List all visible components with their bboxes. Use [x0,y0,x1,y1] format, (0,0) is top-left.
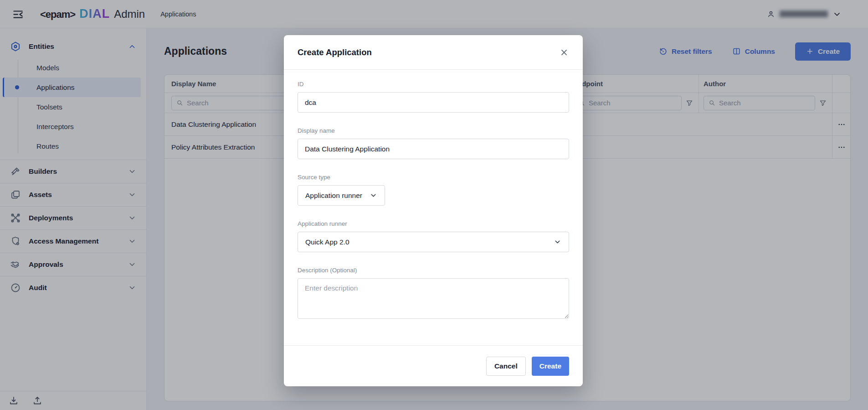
id-field-label: ID [298,81,569,88]
id-field[interactable] [298,92,569,113]
modal-header: Create Application [284,35,583,70]
display-name-field[interactable] [298,139,569,159]
modal-title: Create Application [298,47,372,57]
chevron-down-icon [554,238,561,246]
app-root: <epam> DIAL Admin Applications [0,0,868,410]
application-runner-select[interactable]: Quick App 2.0 [298,232,569,252]
close-icon[interactable] [557,46,571,59]
application-runner-value: Quick App 2.0 [305,238,349,246]
cancel-button[interactable]: Cancel [486,357,526,376]
display-name-field-label: Display name [298,127,569,134]
modal-body: ID Display name Source type Application … [284,70,583,345]
create-application-modal: Create Application ID Display name Sourc… [284,35,583,386]
modal-footer: Cancel Create [284,345,583,386]
source-type-field-label: Source type [298,174,569,181]
create-button-modal[interactable]: Create [532,357,569,376]
source-type-value: Application runner [305,192,362,200]
chevron-down-icon [370,192,377,199]
source-type-select[interactable]: Application runner [298,185,385,206]
description-field[interactable] [298,278,569,319]
application-runner-field-label: Application runner [298,220,569,227]
description-field-label: Description (Optional) [298,267,569,274]
